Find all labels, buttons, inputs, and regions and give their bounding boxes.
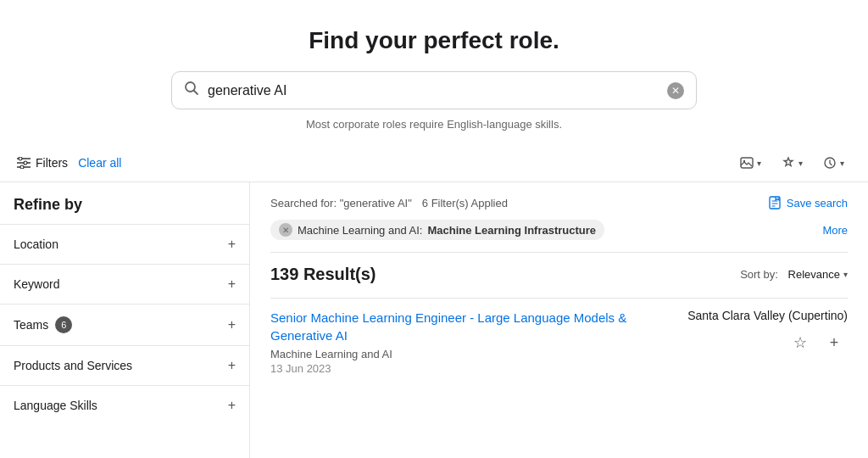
plus-icon: + xyxy=(228,317,236,332)
filter-item-products-and-services[interactable]: Products and Services + xyxy=(0,345,249,385)
save-search-label: Save search xyxy=(787,197,848,209)
filter-label: Keyword xyxy=(14,277,59,291)
star-chevron: ▾ xyxy=(798,159,803,168)
star-icon-button[interactable]: ▾ xyxy=(775,153,810,173)
job-title[interactable]: Senior Machine Learning Engineer - Large… xyxy=(270,309,661,344)
job-actions: ☆ + xyxy=(787,329,848,356)
clear-search-button[interactable]: ✕ xyxy=(667,82,684,99)
save-search-button[interactable]: Save search xyxy=(768,196,848,209)
searched-for-label: Searched for: "generative AI" xyxy=(270,197,412,209)
job-location: Santa Clara Valley (Cupertino) xyxy=(678,309,848,322)
filter-item-location[interactable]: Location + xyxy=(0,224,249,264)
search-box: ✕ xyxy=(171,71,697,109)
more-filters-button[interactable]: More xyxy=(822,224,848,237)
sort-by-value: Relevance xyxy=(788,268,840,281)
toolbar-right: ▾ ▾ ▾ xyxy=(733,153,851,173)
filter-label: Location xyxy=(14,237,58,251)
job-right: Santa Clara Valley (Cupertino) ☆ + xyxy=(661,309,848,356)
filter-label: Language Skills xyxy=(14,399,97,412)
job-list: Senior Machine Learning Engineer - Large… xyxy=(270,298,848,385)
image-icon-button[interactable]: ▾ xyxy=(733,153,768,173)
clear-all-button[interactable]: Clear all xyxy=(78,156,121,170)
image-chevron: ▾ xyxy=(757,159,761,168)
filter-tags-bar: ✕ Machine Learning and AI: Machine Learn… xyxy=(270,220,848,253)
filters-button[interactable]: Filters xyxy=(17,156,68,170)
sort-by-label: Sort by: xyxy=(740,268,778,281)
refine-title: Refine by xyxy=(0,196,249,224)
filters-label: Filters xyxy=(36,156,68,170)
filter-tag: ✕ Machine Learning and AI: Machine Learn… xyxy=(270,220,604,240)
job-info: Senior Machine Learning Engineer - Large… xyxy=(270,309,661,375)
filter-tag-value: Machine Learning Infrastructure xyxy=(427,224,596,237)
remove-tag-button[interactable]: ✕ xyxy=(279,223,292,237)
plus-icon: + xyxy=(228,276,236,292)
filter-item-language-skills[interactable]: Language Skills + xyxy=(0,385,249,425)
svg-point-6 xyxy=(24,161,27,165)
filter-tag-prefix: Machine Learning and AI: xyxy=(298,224,422,237)
svg-point-5 xyxy=(19,157,22,160)
header: Find your perfect role. xyxy=(0,0,868,71)
history-chevron: ▾ xyxy=(840,159,844,168)
sort-by-button[interactable]: Sort by: Relevance ▾ xyxy=(740,268,848,281)
add-job-button[interactable]: + xyxy=(821,329,848,356)
search-container: ✕ xyxy=(0,71,868,118)
plus-icon: + xyxy=(228,398,236,413)
search-icon xyxy=(184,81,199,100)
svg-point-9 xyxy=(743,160,745,162)
search-hint: Most corporate roles require English-lan… xyxy=(0,118,868,144)
filter-item-keyword[interactable]: Keyword + xyxy=(0,264,249,304)
main-content: Refine by Location + Keyword + Teams 6 +… xyxy=(0,182,868,458)
plus-icon: + xyxy=(228,358,236,373)
sort-chevron: ▾ xyxy=(843,270,848,279)
job-team: Machine Learning and AI xyxy=(270,348,661,360)
save-job-button[interactable]: ☆ xyxy=(787,329,814,356)
sidebar: Refine by Location + Keyword + Teams 6 +… xyxy=(0,182,250,458)
filter-count: 6 xyxy=(55,316,72,333)
svg-line-1 xyxy=(194,91,198,95)
results-panel: Searched for: "generative AI" 6 Filter(s… xyxy=(250,182,868,458)
filter-label: Teams xyxy=(14,318,48,332)
svg-rect-8 xyxy=(741,158,753,168)
page-title: Find your perfect role. xyxy=(0,27,868,54)
filter-label: Products and Services xyxy=(14,359,132,372)
job-card: Senior Machine Learning Engineer - Large… xyxy=(270,298,848,385)
search-info: Searched for: "generative AI" 6 Filter(s… xyxy=(270,196,848,209)
job-date: 13 Jun 2023 xyxy=(270,362,661,375)
svg-point-7 xyxy=(20,165,24,169)
history-icon-button[interactable]: ▾ xyxy=(816,153,851,173)
filters-applied-badge: 6 Filter(s) Applied xyxy=(422,197,508,209)
filter-item-teams[interactable]: Teams 6 + xyxy=(0,304,249,345)
toolbar: Filters Clear all ▾ ▾ ▾ xyxy=(0,144,868,182)
svg-rect-11 xyxy=(770,197,780,209)
plus-icon: + xyxy=(228,237,236,252)
results-header: 139 Result(s) Sort by: Relevance ▾ xyxy=(270,265,848,284)
search-input[interactable] xyxy=(208,83,667,98)
search-info-left: Searched for: "generative AI" 6 Filter(s… xyxy=(270,197,508,209)
results-count: 139 Result(s) xyxy=(270,265,376,284)
